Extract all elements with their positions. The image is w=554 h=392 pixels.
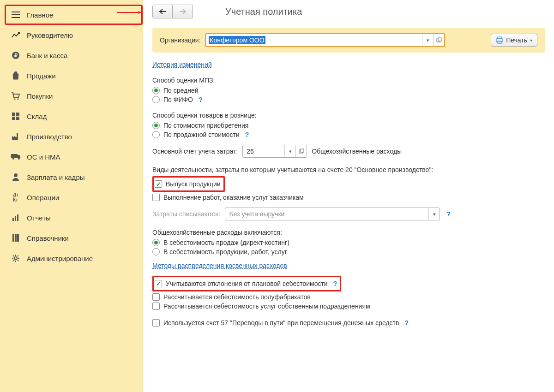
svg-rect-15 xyxy=(12,234,14,242)
svg-point-9 xyxy=(12,158,14,160)
svg-rect-17 xyxy=(17,234,19,242)
sidebar-item-assets[interactable]: ОС и НМА xyxy=(5,147,143,167)
sidebar-item-label: Покупки xyxy=(27,92,53,100)
main-content: Учетная политика Организация: Конфетпром… xyxy=(143,0,554,392)
sidebar-item-directories[interactable]: Справочники xyxy=(5,228,143,248)
help-icon[interactable]: ? xyxy=(245,131,249,138)
overhead-product-label: В себестоимость продукции, работ, услуг xyxy=(163,248,287,255)
open-icon[interactable] xyxy=(295,145,307,157)
organization-label: Организация: xyxy=(160,36,200,44)
sidebar-item-label: Справочники xyxy=(27,234,69,242)
services-label: Выполнение работ, оказание услуг заказчи… xyxy=(163,194,304,201)
dropdown-icon[interactable]: ▾ xyxy=(428,208,440,220)
svg-point-18 xyxy=(14,257,17,260)
cost-account-hint: Общехозяйственные расходы xyxy=(312,148,402,155)
sidebar-item-label: Банк и касса xyxy=(27,52,67,59)
factory-icon xyxy=(11,132,20,141)
cost-account-value: 26 xyxy=(243,145,284,157)
page-title: Учетная политика xyxy=(225,6,302,17)
retail-label: Способ оценки товаров в рознице: xyxy=(152,112,545,119)
organization-row: Организация: Конфетпром ООО ▾ Печать ▾ xyxy=(152,28,545,53)
sidebar-item-production[interactable]: Производство xyxy=(5,126,143,147)
sidebar-item-warehouse[interactable]: Склад xyxy=(5,106,143,126)
mpz-fifo-radio[interactable] xyxy=(152,96,160,103)
cost-account-field[interactable]: 26 ▾ xyxy=(242,145,307,158)
svg-rect-7 xyxy=(16,117,19,120)
back-button[interactable] xyxy=(152,5,173,18)
mpz-average-radio[interactable] xyxy=(152,87,160,94)
sidebar-item-label: Продажи xyxy=(27,72,56,80)
overhead-label: Общехозяйственные расходы включаются: xyxy=(152,229,545,236)
sidebar-item-manager[interactable]: Руководителю xyxy=(5,25,143,45)
toolbar: Учетная политика xyxy=(152,5,545,18)
sidebar-item-reports[interactable]: Отчеты xyxy=(5,208,143,228)
svg-point-2 xyxy=(14,99,16,100)
sidebar-item-label: Администрирование xyxy=(27,255,93,262)
production-checkbox[interactable] xyxy=(155,180,162,188)
svg-point-3 xyxy=(18,99,19,100)
svg-rect-13 xyxy=(15,216,16,221)
dropdown-icon[interactable]: ▾ xyxy=(422,34,433,46)
sidebar-item-bank[interactable]: ₽ Банк и касса xyxy=(5,45,143,65)
help-icon[interactable]: ? xyxy=(446,210,451,218)
organization-field[interactable]: Конфетпром ООО ▾ xyxy=(205,33,445,47)
mpz-label: Способ оценки МПЗ: xyxy=(152,77,545,84)
person-icon xyxy=(11,172,20,182)
svg-point-11 xyxy=(14,173,18,177)
writeoff-label: Затраты списываются: xyxy=(152,210,220,218)
svg-text:₽: ₽ xyxy=(14,53,18,58)
svg-rect-23 xyxy=(496,39,503,42)
writeoff-field[interactable]: Без учета выручки ▾ xyxy=(225,208,440,220)
retail-cost-radio[interactable] xyxy=(152,122,160,129)
help-icon[interactable]: ? xyxy=(404,319,409,327)
forward-button[interactable] xyxy=(173,5,193,18)
sidebar-item-main[interactable]: Главное xyxy=(5,5,143,25)
history-link[interactable]: История изменений xyxy=(152,61,212,68)
svg-rect-26 xyxy=(301,149,304,152)
sidebar-item-operations[interactable]: ДтКт Операции xyxy=(5,187,143,208)
sidebar-item-payroll[interactable]: Зарплата и кадры xyxy=(5,167,143,187)
bag-icon xyxy=(11,71,20,80)
account57-checkbox[interactable] xyxy=(152,319,160,327)
books-icon xyxy=(11,233,20,243)
semifinished-checkbox[interactable] xyxy=(152,293,160,301)
dropdown-icon[interactable]: ▾ xyxy=(284,145,295,157)
sidebar-item-admin[interactable]: Администрирование xyxy=(5,248,143,268)
cost-account-label: Основной счет учета затрат: xyxy=(152,148,238,155)
svg-rect-5 xyxy=(16,113,19,116)
deviations-checkbox[interactable] xyxy=(155,280,162,287)
organization-value: Конфетпром ООО xyxy=(209,36,265,44)
printer-icon xyxy=(496,36,503,44)
truck-icon xyxy=(11,152,20,161)
chart-line-icon xyxy=(11,30,20,40)
overhead-product-radio[interactable] xyxy=(152,248,160,255)
mpz-average-label: По средней xyxy=(163,87,199,94)
svg-rect-8 xyxy=(11,154,18,158)
services-checkbox[interactable] xyxy=(152,194,160,201)
chevron-down-icon: ▾ xyxy=(530,38,532,43)
production-label: Выпуск продукции xyxy=(166,180,221,188)
svg-rect-4 xyxy=(12,113,15,116)
svg-point-10 xyxy=(18,158,20,160)
sidebar-item-sales[interactable]: Продажи xyxy=(5,65,143,86)
sidebar-item-label: ОС и НМА xyxy=(27,153,60,161)
open-icon[interactable] xyxy=(433,34,444,46)
sidebar-item-label: Зарплата и кадры xyxy=(27,173,85,181)
print-button[interactable]: Печать ▾ xyxy=(491,34,537,47)
retail-sale-radio[interactable] xyxy=(152,131,160,138)
sidebar-item-purchases[interactable]: Покупки xyxy=(5,86,143,106)
own-services-checkbox[interactable] xyxy=(152,303,160,310)
help-icon[interactable]: ? xyxy=(333,280,337,287)
help-icon[interactable]: ? xyxy=(199,96,203,103)
print-label: Печать xyxy=(506,36,527,44)
sidebar-item-label: Отчеты xyxy=(27,214,51,222)
methods-link[interactable]: Методы распределения косвенных расходов xyxy=(152,262,287,269)
svg-rect-12 xyxy=(12,218,14,221)
overhead-direct-radio[interactable] xyxy=(152,239,160,246)
own-services-label: Рассчитывается себестоимость услуг собст… xyxy=(163,303,370,310)
bar-chart-icon xyxy=(11,213,20,222)
svg-rect-21 xyxy=(438,38,441,41)
gear-icon xyxy=(11,254,20,263)
writeoff-value: Без учета выручки xyxy=(225,208,428,220)
grid-icon xyxy=(11,112,20,121)
